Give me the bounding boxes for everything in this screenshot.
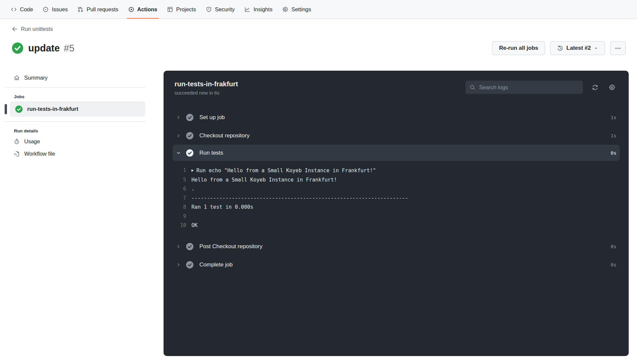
- nav-tab-label: Issues: [52, 6, 68, 13]
- nav-tab-label: Security: [215, 6, 235, 13]
- nav-tab-label: Projects: [176, 6, 196, 13]
- rerun-all-jobs-button[interactable]: Re-run all jobs: [492, 41, 545, 55]
- nav-tab-code[interactable]: Code: [6, 0, 38, 19]
- nav-tab-actions[interactable]: Actions: [123, 0, 163, 19]
- step-name: Complete job: [199, 261, 233, 268]
- step-set-up-job[interactable]: Set up job 1s: [164, 108, 629, 126]
- nav-tab-label: Code: [20, 6, 33, 13]
- nav-tab-settings[interactable]: Settings: [277, 0, 316, 19]
- log-line: 6 .: [164, 184, 629, 194]
- sidebar-item-usage[interactable]: Usage: [5, 135, 145, 148]
- sidebar-item-summary[interactable]: Summary: [5, 72, 145, 84]
- log-line-text: OK: [186, 221, 198, 230]
- run-sidebar: Summary Jobs run-tests-in-frakfurt Run d…: [5, 72, 145, 160]
- nav-tab-pull-requests[interactable]: Pull requests: [73, 0, 123, 19]
- chevron-right-icon: [176, 133, 181, 138]
- step-success-icon: [186, 261, 193, 268]
- step-duration: 0s: [611, 150, 616, 156]
- caret-down-icon: [594, 46, 598, 50]
- chevron-right-icon: [176, 244, 181, 249]
- log-line-number[interactable]: 9: [164, 212, 186, 221]
- search-icon: [470, 85, 475, 90]
- sidebar-job-run-tests-in-frakfurt[interactable]: run-tests-in-frakfurt: [10, 101, 145, 117]
- nav-tab-issues[interactable]: Issues: [38, 0, 73, 19]
- nav-tab-label: Settings: [291, 6, 311, 13]
- log-line-number[interactable]: 5: [164, 176, 186, 185]
- log-line-number[interactable]: 1: [164, 166, 186, 176]
- step-name: Set up job: [199, 114, 225, 121]
- step-success-icon: [186, 149, 193, 157]
- step-success-icon: [186, 132, 193, 139]
- log-panel-header: run-tests-in-frakfurt succeeded now in 6…: [164, 71, 629, 102]
- sidebar-divider: [5, 87, 145, 88]
- workflow-run-page: Code Issues Pull requests Actions Projec…: [0, 0, 637, 364]
- step-complete-job[interactable]: Complete job 0s: [164, 256, 629, 274]
- log-line: 10 OK: [164, 221, 629, 230]
- nav-tab-security[interactable]: Security: [201, 0, 240, 19]
- step-duration: 1s: [611, 115, 616, 120]
- job-steps: Set up job 1s Checkout repository 1s Run…: [164, 102, 629, 274]
- repo-nav: Code Issues Pull requests Actions Projec…: [0, 0, 637, 19]
- sync-icon: [592, 84, 598, 91]
- log-line-number[interactable]: 10: [164, 221, 186, 230]
- stopwatch-icon: [14, 139, 20, 144]
- log-line-number[interactable]: 6: [164, 184, 186, 194]
- log-line-number[interactable]: 8: [164, 203, 186, 212]
- log-controls: [465, 81, 617, 94]
- attempt-button-label: Latest #2: [566, 45, 591, 51]
- log-settings-button[interactable]: [607, 83, 617, 92]
- log-line: 1 ▶Run echo "Hello from a Small Koyeb In…: [164, 166, 629, 176]
- log-line: 7 --------------------------------------…: [164, 194, 629, 203]
- play-circle-icon: [128, 7, 134, 12]
- job-success-icon: [15, 106, 23, 113]
- nav-tab-projects[interactable]: Projects: [162, 0, 201, 19]
- gear-icon: [609, 84, 615, 91]
- shield-icon: [206, 7, 212, 12]
- rerun-button-label: Re-run all jobs: [499, 45, 538, 51]
- nav-tab-label: Pull requests: [87, 6, 118, 13]
- issue-opened-icon: [43, 7, 48, 12]
- history-clock-icon: [557, 45, 563, 51]
- job-title: run-tests-in-frakfurt: [175, 80, 465, 88]
- step-duration: 0s: [611, 262, 616, 267]
- log-line: 9: [164, 212, 629, 221]
- chevron-down-icon: [176, 151, 181, 155]
- step-run-tests[interactable]: Run tests 0s: [173, 145, 620, 161]
- job-status: succeeded now in 6s: [175, 90, 465, 96]
- job-item-wrap: run-tests-in-frakfurt: [5, 101, 145, 117]
- step-log-output: 1 ▶Run echo "Hello from a Small Koyeb In…: [164, 161, 629, 238]
- run-details-heading: Run details: [5, 125, 145, 135]
- refresh-logs-button[interactable]: [590, 83, 600, 92]
- log-line-number[interactable]: 7: [164, 194, 186, 203]
- chevron-right-icon: [176, 115, 181, 120]
- step-checkout-repository[interactable]: Checkout repository 1s: [164, 126, 629, 145]
- nav-tab-label: Actions: [137, 6, 158, 13]
- sidebar-item-workflow-file[interactable]: Workflow file: [5, 148, 145, 160]
- log-line: 5 Hello from a Small Koyeb Instance in F…: [164, 176, 629, 185]
- search-logs-box: [465, 81, 583, 94]
- step-post-checkout-repository[interactable]: Post Checkout repository 0s: [164, 238, 629, 256]
- selected-job-indicator: [5, 104, 7, 114]
- log-line-text: [186, 212, 191, 221]
- jobs-heading: Jobs: [5, 91, 145, 101]
- step-duration: 0s: [611, 244, 616, 249]
- log-group-toggle-icon[interactable]: ▶: [191, 168, 194, 173]
- nav-tab-label: Insights: [253, 6, 272, 13]
- search-logs-input[interactable]: [479, 84, 579, 91]
- sidebar-item-label: Summary: [24, 75, 48, 81]
- log-line-text: Hello from a Small Koyeb Instance in Fra…: [186, 176, 337, 185]
- nav-tab-insights[interactable]: Insights: [240, 0, 277, 19]
- run-actions: Re-run all jobs Latest #2: [492, 41, 626, 55]
- log-line-text: Ran 1 test in 0.000s: [186, 203, 253, 212]
- run-number: #5: [64, 43, 74, 54]
- attempt-dropdown-button[interactable]: Latest #2: [550, 41, 605, 55]
- git-pull-request-icon: [78, 7, 83, 12]
- log-line-text: .: [186, 184, 194, 194]
- step-name: Checkout repository: [199, 132, 249, 139]
- code-icon: [11, 7, 17, 12]
- step-success-icon: [186, 243, 193, 250]
- more-options-button[interactable]: [610, 41, 626, 55]
- chevron-right-icon: [176, 262, 181, 267]
- back-to-workflow-link[interactable]: Run unittests: [12, 26, 53, 32]
- run-title-row: update#5: [12, 42, 74, 54]
